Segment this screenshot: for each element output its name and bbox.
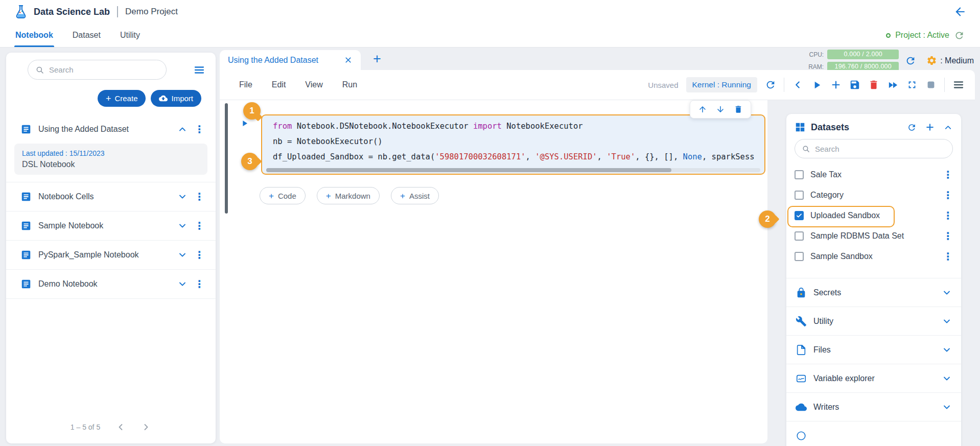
add-dataset-icon[interactable] bbox=[925, 122, 935, 132]
kebab-menu-icon[interactable]: ⋮ bbox=[194, 192, 204, 202]
dataset-search-input[interactable] bbox=[815, 145, 946, 153]
delete-notebook-icon[interactable] bbox=[868, 79, 879, 90]
notebook-item[interactable]: Using the Added Dataset ⋮ bbox=[6, 115, 216, 144]
resources-refresh-icon[interactable] bbox=[905, 55, 916, 66]
code-line: nb = NotebookExecutor() bbox=[273, 134, 763, 149]
import-button[interactable]: Import bbox=[151, 90, 201, 107]
add-markdown-button[interactable]: + Markdown bbox=[317, 187, 380, 204]
notebook-item[interactable]: PySpark_Sample Notebook ⋮ bbox=[6, 241, 216, 269]
add-cell-icon[interactable] bbox=[830, 79, 842, 90]
dataset-row-selected[interactable]: Uploaded Sandbox ⋮ bbox=[786, 205, 961, 226]
delete-cell-icon[interactable] bbox=[734, 105, 743, 114]
section-variable-explorer[interactable]: Variable explorer bbox=[786, 364, 961, 393]
section-files[interactable]: Files bbox=[786, 336, 961, 364]
project-refresh-icon[interactable] bbox=[954, 30, 965, 41]
dataset-row[interactable]: Category ⋮ bbox=[786, 185, 961, 205]
section-utility[interactable]: Utility bbox=[786, 307, 961, 336]
pagination: 1 – 5 of 5 bbox=[6, 422, 216, 432]
chevron-up-icon[interactable] bbox=[177, 124, 188, 134]
resource-grid: CPU: 0.000 / 2.000 RAM: 196.760 / 8000.0… bbox=[808, 50, 899, 72]
notebook-icon bbox=[20, 220, 32, 231]
save-notebook-icon[interactable] bbox=[849, 79, 860, 90]
vertical-scrollbar[interactable] bbox=[225, 103, 228, 214]
collapse-panel-icon[interactable] bbox=[792, 79, 803, 90]
run-cell-icon[interactable] bbox=[811, 79, 823, 91]
run-all-icon[interactable] bbox=[887, 79, 899, 91]
kebab-menu-icon[interactable]: ⋮ bbox=[943, 251, 953, 262]
menu-run[interactable]: Run bbox=[342, 80, 357, 89]
step-1-badge: 1 bbox=[243, 102, 261, 120]
run-cell-play-icon[interactable] bbox=[240, 119, 249, 128]
menu-edit[interactable]: Edit bbox=[272, 80, 286, 89]
datasets-refresh-icon[interactable] bbox=[907, 123, 917, 132]
pagination-prev-icon[interactable] bbox=[115, 422, 126, 432]
dataset-row[interactable]: Sample Sandbox ⋮ bbox=[786, 246, 961, 267]
plus-icon: + bbox=[106, 94, 111, 103]
notebook-tab[interactable]: Using the Added Dataset bbox=[220, 50, 361, 70]
kebab-menu-icon[interactable]: ⋮ bbox=[943, 170, 953, 180]
kebab-menu-icon[interactable]: ⋮ bbox=[943, 231, 953, 241]
stop-kernel-icon[interactable] bbox=[925, 79, 937, 90]
chevron-down-icon[interactable] bbox=[942, 288, 952, 298]
scrollbar-thumb[interactable] bbox=[266, 168, 671, 172]
kebab-menu-icon[interactable]: ⋮ bbox=[194, 279, 204, 289]
code-cell[interactable]: from Notebook.DSNotebook.NotebookExecuto… bbox=[261, 114, 765, 175]
chevron-down-icon[interactable] bbox=[177, 221, 188, 231]
chevron-down-icon[interactable] bbox=[177, 250, 188, 260]
dataset-row[interactable]: Sale Tax ⋮ bbox=[786, 165, 961, 185]
notebook-list: Using the Added Dataset ⋮ Last updated :… bbox=[6, 115, 216, 299]
move-cell-down-icon[interactable] bbox=[716, 105, 725, 114]
nav-tab-utility[interactable]: Utility bbox=[120, 24, 140, 47]
toolbar-divider bbox=[944, 78, 945, 92]
dataset-checkbox[interactable] bbox=[795, 231, 804, 241]
notebook-item-label: Sample Notebook bbox=[38, 221, 171, 230]
dataset-row[interactable]: Sample RDBMS Data Set ⋮ bbox=[786, 226, 961, 246]
section-label: Secrets bbox=[813, 288, 935, 297]
dataset-checkbox-checked[interactable] bbox=[795, 211, 804, 220]
chevron-down-icon[interactable] bbox=[942, 345, 952, 355]
kernel-refresh-icon[interactable] bbox=[765, 79, 776, 90]
menu-file[interactable]: File bbox=[239, 80, 252, 89]
section-writers[interactable]: Writers bbox=[786, 393, 961, 421]
more-options-icon[interactable] bbox=[952, 79, 965, 91]
create-button[interactable]: + Create bbox=[98, 90, 146, 107]
chevron-down-icon[interactable] bbox=[942, 402, 952, 412]
pagination-next-icon[interactable] bbox=[141, 422, 151, 432]
notebook-item[interactable]: Notebook Cells ⋮ bbox=[6, 182, 216, 211]
fullscreen-icon[interactable] bbox=[906, 79, 918, 90]
dataset-checkbox[interactable] bbox=[795, 252, 804, 261]
notebook-search[interactable] bbox=[28, 60, 167, 80]
section-partial[interactable] bbox=[786, 421, 961, 446]
close-icon[interactable] bbox=[344, 56, 353, 64]
horizontal-scrollbar[interactable] bbox=[266, 168, 760, 172]
move-cell-up-icon[interactable] bbox=[698, 105, 707, 114]
menu-view[interactable]: View bbox=[305, 80, 322, 89]
nav-tab-notebook[interactable]: Notebook bbox=[15, 24, 53, 47]
add-assist-button[interactable]: + Assist bbox=[391, 187, 439, 204]
kebab-menu-icon[interactable]: ⋮ bbox=[943, 210, 953, 221]
notebook-menubar: File Edit View Run Unsaved Kernel : Runn… bbox=[220, 70, 975, 100]
nav-tab-dataset[interactable]: Dataset bbox=[73, 24, 101, 47]
chevron-down-icon[interactable] bbox=[942, 316, 952, 326]
add-code-button[interactable]: + Code bbox=[260, 187, 306, 204]
add-tab-button[interactable]: + bbox=[373, 52, 381, 68]
back-arrow-icon[interactable] bbox=[953, 5, 967, 18]
chevron-down-icon[interactable] bbox=[177, 279, 188, 289]
dataset-search[interactable] bbox=[795, 139, 953, 158]
chevron-down-icon[interactable] bbox=[177, 192, 188, 202]
kebab-menu-icon[interactable]: ⋮ bbox=[943, 190, 953, 200]
ram-label: RAM: bbox=[808, 63, 824, 71]
dataset-checkbox[interactable] bbox=[795, 191, 804, 200]
search-input[interactable] bbox=[49, 65, 159, 74]
section-secrets[interactable]: Secrets bbox=[786, 278, 961, 307]
collapse-datasets-icon[interactable] bbox=[943, 123, 953, 132]
kebab-menu-icon[interactable]: ⋮ bbox=[194, 250, 204, 260]
editor-tab-row: Using the Added Dataset + bbox=[220, 50, 381, 70]
kebab-menu-icon[interactable]: ⋮ bbox=[194, 221, 204, 231]
notebook-item[interactable]: Demo Notebook ⋮ bbox=[6, 270, 216, 298]
dataset-checkbox[interactable] bbox=[795, 170, 804, 179]
kebab-menu-icon[interactable]: ⋮ bbox=[194, 124, 204, 134]
sidebar-menu-icon[interactable] bbox=[193, 64, 205, 76]
chevron-down-icon[interactable] bbox=[942, 373, 952, 384]
notebook-item[interactable]: Sample Notebook ⋮ bbox=[6, 212, 216, 240]
